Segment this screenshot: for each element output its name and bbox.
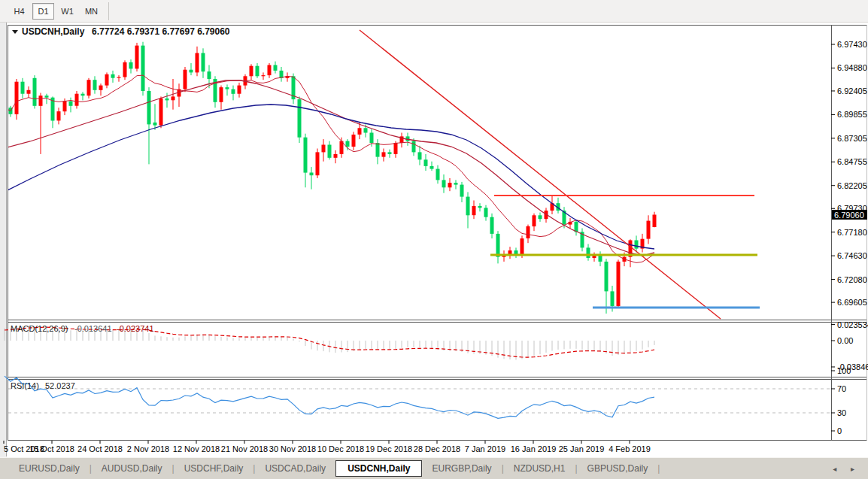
rsi-value: 52.0237 <box>45 381 75 390</box>
candle <box>322 145 326 153</box>
price-axis-label: 6.87305 <box>837 134 867 143</box>
candle <box>27 90 31 94</box>
candle <box>364 128 368 132</box>
price-axis-label: 6.72080 <box>837 275 867 284</box>
candle <box>466 197 470 216</box>
candle <box>226 87 229 89</box>
candle <box>346 141 350 147</box>
candle <box>81 94 85 96</box>
date-axis-label: 24 Oct 2018 <box>77 444 123 453</box>
candle <box>274 65 278 71</box>
macd-axis-label: 0.00 <box>837 336 853 345</box>
candle <box>352 135 356 147</box>
candle <box>653 215 657 228</box>
candle <box>328 145 332 158</box>
date-axis-label: 12 Nov 2018 <box>173 444 220 453</box>
chart-tab-eurgbp[interactable]: EURGBP,Daily <box>422 461 501 476</box>
candle <box>39 95 43 106</box>
timeframe-button-h4[interactable]: H4 <box>8 3 30 20</box>
date-axis-label: 10 Dec 2018 <box>317 444 364 453</box>
candle <box>520 238 524 254</box>
candle <box>111 74 115 78</box>
rsi-axis-label: 0 <box>837 426 842 435</box>
candle <box>232 89 235 94</box>
candle <box>316 152 320 175</box>
candle <box>184 70 187 89</box>
candle <box>256 66 259 77</box>
candle <box>376 143 380 157</box>
date-axis-label: 21 Nov 2018 <box>221 444 268 453</box>
macd-axis-label: 0.023534 <box>837 320 868 329</box>
candle <box>33 78 37 106</box>
candle <box>147 91 151 124</box>
candle <box>478 206 482 208</box>
candle <box>533 215 536 226</box>
candle <box>304 138 308 173</box>
candle <box>190 70 193 73</box>
candle <box>334 154 338 158</box>
date-axis-label: 30 Nov 2018 <box>269 444 316 453</box>
candle <box>196 53 199 73</box>
chart-tab-eurusd[interactable]: EURUSD,Daily <box>9 461 90 476</box>
chart-tab-usdcnh[interactable]: USDCNH,Daily <box>335 460 422 477</box>
date-axis-label: 2 Nov 2018 <box>127 444 169 453</box>
candle <box>63 102 67 112</box>
price-axis-label: 6.84755 <box>837 157 867 166</box>
chart-tab-audusd[interactable]: AUDUSD,Daily <box>92 461 172 476</box>
candle <box>45 95 49 98</box>
price-axis-label: 6.74630 <box>837 251 867 260</box>
candle <box>539 215 542 219</box>
candle <box>611 291 615 306</box>
candle <box>514 250 518 254</box>
macd-value-signal: -0.023741 <box>117 324 154 333</box>
rsi-label: RSI(14) <box>11 381 39 390</box>
candle <box>599 255 602 262</box>
price-axis-label: 6.77180 <box>837 228 867 237</box>
date-axis-label: 15 Oct 2018 <box>29 444 74 453</box>
candle <box>87 80 91 95</box>
candle <box>141 46 145 91</box>
candle <box>587 247 590 258</box>
chart-tab-nzdusd[interactable]: NZDUSD,H1 <box>504 461 575 476</box>
candle <box>159 99 163 126</box>
candle <box>262 75 266 76</box>
chart-title: USDCNH,Daily <box>22 26 85 37</box>
candle <box>508 250 512 254</box>
candle <box>424 159 428 166</box>
tab-scroll-arrows[interactable]: ◂ ▸ <box>833 465 860 473</box>
candle <box>15 82 19 114</box>
candle <box>436 169 440 180</box>
macd-value-main: -0.013641 <box>74 324 112 333</box>
tab-separator: | <box>657 463 660 474</box>
date-axis-label: 7 Jan 2019 <box>465 444 505 453</box>
macd-label: MACD(12,26,9) <box>11 324 68 333</box>
candle <box>472 206 476 215</box>
rsi-axis-label: 100 <box>837 366 851 375</box>
date-axis-label: 28 Dec 2018 <box>414 444 460 453</box>
price-axis-label: 6.97430 <box>837 40 867 49</box>
chart-tab-usdcad[interactable]: USDCAD,Daily <box>255 461 335 476</box>
candle <box>165 99 169 101</box>
candle <box>208 71 211 79</box>
price-axis-label: 6.89855 <box>837 110 867 119</box>
candle <box>123 62 127 77</box>
candle <box>250 66 253 77</box>
date-axis-label: 25 Jan 2019 <box>559 444 605 453</box>
timeframe-button-d1[interactable]: D1 <box>32 3 54 20</box>
candle <box>268 65 272 76</box>
candle <box>448 183 452 187</box>
candle <box>388 152 392 154</box>
chart-area[interactable]: 6.974306.948806.924056.898556.873056.847… <box>0 23 868 457</box>
date-axis-label: 19 Dec 2018 <box>366 444 412 453</box>
chart-tab-usdchf[interactable]: USDCHF,Daily <box>175 461 253 476</box>
chart-tab-gbpusd[interactable]: GBPUSD,Daily <box>578 461 658 476</box>
price-axis-label: 6.92405 <box>837 86 867 95</box>
symbol-tabbar: EURUSD,Daily|AUDUSD,Daily|USDCHF,Daily|U… <box>0 457 868 479</box>
timeframe-button-w1[interactable]: W1 <box>56 3 78 20</box>
svg-text:6.79060: 6.79060 <box>834 211 864 220</box>
candle <box>605 262 609 292</box>
price-axis-label: 6.82205 <box>837 181 867 190</box>
candle <box>220 87 223 102</box>
candle <box>617 262 621 306</box>
timeframe-button-mn[interactable]: MN <box>80 3 102 20</box>
